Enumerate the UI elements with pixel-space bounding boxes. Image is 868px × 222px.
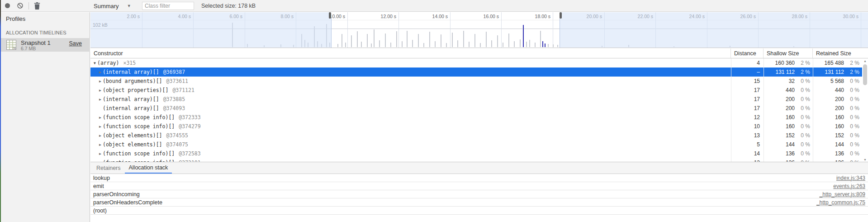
timeline-bar <box>423 43 424 47</box>
retained-size-percent: 0 % <box>844 78 859 84</box>
timeline-bar <box>553 44 554 47</box>
delete-profile-icon[interactable] <box>34 2 40 10</box>
timeline-bar <box>374 29 375 47</box>
table-row[interactable]: (internal array)[]@374093172000 %2000 % <box>90 104 862 113</box>
save-link[interactable]: Save <box>69 40 82 47</box>
shallow-size-value: 200 <box>786 105 795 111</box>
column-header-shallow-size[interactable]: Shallow Size <box>764 48 813 58</box>
retained-size-cell: 1440 % <box>813 141 862 148</box>
shallow-size-percent: 0 % <box>795 132 810 139</box>
tab-allocation-stack[interactable]: Allocation stack <box>125 162 172 174</box>
timeline-bar <box>508 34 509 47</box>
selection-edge-line <box>560 19 560 48</box>
scroll-down-icon[interactable]: ▼ <box>862 158 868 161</box>
table-row[interactable]: ▶(bound arguments)[]@37361115320 %5 5680… <box>90 77 862 86</box>
summary-select[interactable]: Summary ▼ <box>94 2 131 10</box>
record-button[interactable] <box>5 3 10 8</box>
constructor-cell: ▶(function scope info)[]@372333 <box>90 114 731 121</box>
expand-arrow-icon[interactable]: ▶ <box>98 70 103 74</box>
timeline-bar <box>345 43 346 47</box>
source-link[interactable]: _http_server.js:809 <box>820 191 865 198</box>
expand-arrow-icon[interactable]: ▶ <box>98 79 103 83</box>
shallow-size-cell: 320 % <box>764 78 813 84</box>
shallow-size-cell: 160 3602 % <box>764 60 813 66</box>
source-link[interactable]: _http_common.js:75 <box>816 199 865 206</box>
retained-size-value: 200 <box>835 105 844 111</box>
timeline-bar <box>337 44 338 47</box>
function-name: parserOnIncoming <box>93 191 140 198</box>
selection-handle-left[interactable] <box>329 12 331 19</box>
distance-cell: 14 <box>731 150 764 157</box>
tab-retainers[interactable]: Retainers <box>92 162 125 174</box>
object-id: @374093 <box>163 105 185 111</box>
shallow-size-cell: 4400 % <box>764 87 813 93</box>
column-header-distance[interactable]: Distance <box>731 48 764 58</box>
retained-size-percent: 0 % <box>844 123 859 130</box>
ruler-tick-label: 14.00 s <box>412 14 448 19</box>
function-name: lookup <box>93 175 110 181</box>
ruler-tick-label: 18.00 s <box>514 14 550 19</box>
table-row[interactable]: ▶(object elements)[]@374555131520 %1520 … <box>90 131 862 140</box>
table-row[interactable]: ▶(function scope info)[]@372333121600 %1… <box>90 113 862 122</box>
object-id: @373885 <box>163 96 185 102</box>
table-row[interactable]: ▶(internal array)[]@373885172000 %2000 % <box>90 95 862 104</box>
table-row[interactable]: ▶(function scope info)[]@374279101600 %1… <box>90 122 862 131</box>
timeline-bar <box>514 41 515 47</box>
constructor-name: (internal array)[] <box>103 105 159 111</box>
shallow-size-percent: 0 % <box>795 123 810 130</box>
shallow-size-value: 160 360 <box>775 60 795 66</box>
function-name: (root) <box>93 208 107 214</box>
scroll-up-icon[interactable]: ▲ <box>862 59 868 63</box>
clear-profiles-icon[interactable] <box>17 3 23 9</box>
timeline-bar <box>457 40 458 47</box>
snapshot-item[interactable]: % Snapshot 1 6.7 MB Save <box>1 38 90 52</box>
stack-frame-row: parserOnIncoming_http_server.js:809 <box>90 190 868 198</box>
scroll-thumb[interactable] <box>863 64 867 85</box>
expand-arrow-icon[interactable]: ▶ <box>98 88 103 92</box>
column-divider <box>813 58 813 162</box>
timeline-bar <box>545 43 545 47</box>
function-name: emit <box>93 183 104 189</box>
source-link[interactable]: events.js:263 <box>833 183 865 189</box>
table-row[interactable]: ▶(function scope info)[]@372583141360 %1… <box>90 149 862 158</box>
expand-arrow-icon[interactable]: ▶ <box>98 125 103 129</box>
source-link[interactable]: index.js:343 <box>836 175 865 181</box>
object-id: @371121 <box>172 87 194 93</box>
timeline-bar <box>351 35 352 47</box>
constructor-cell: ▶(object elements)[]@374555 <box>90 132 731 139</box>
expand-arrow-icon[interactable]: ▶ <box>98 152 103 156</box>
profiles-sidebar: Profiles ALLOCATION TIMELINES % Snapshot… <box>1 12 90 222</box>
retained-size-value: 144 <box>835 141 844 148</box>
shallow-size-value: 32 <box>789 78 795 84</box>
timeline-bar <box>361 42 362 47</box>
shallow-size-cell: 131 1122 % <box>764 69 813 75</box>
table-row[interactable]: ▶(object elements)[]@37407551440 %1440 % <box>90 140 862 149</box>
expand-arrow-icon[interactable]: ▶ <box>98 143 103 147</box>
deselected-range-left <box>90 12 331 48</box>
chevron-down-icon: ▼ <box>127 4 131 8</box>
class-filter-input[interactable] <box>142 2 194 10</box>
instance-count: ×315 <box>123 60 136 66</box>
table-row[interactable]: ▶(internal array)[]@369387–131 1122 %131… <box>90 68 862 77</box>
timeline-bar <box>418 34 419 47</box>
shallow-size-percent: 0 % <box>795 150 810 157</box>
constructor-name: (function scope info)[] <box>103 114 175 121</box>
timeline-bar <box>371 43 372 47</box>
shallow-size-percent: 2 % <box>795 69 810 75</box>
table-scrollbar[interactable]: ▲ ▼ <box>862 58 868 162</box>
expand-arrow-icon[interactable]: ▶ <box>98 134 103 138</box>
selection-edge-line <box>331 19 332 48</box>
column-header-retained-size[interactable]: Retained Size <box>813 48 862 58</box>
expand-arrow-icon[interactable]: ▶ <box>98 97 103 101</box>
timeline-gridline <box>501 12 502 48</box>
allocation-timeline[interactable]: 102 kB 2.00 s4.00 s6.00 s8.00 s10.00 s12… <box>90 12 868 48</box>
selection-handle-right[interactable] <box>560 12 562 19</box>
timeline-bar <box>486 32 487 47</box>
timeline-bar <box>529 40 530 47</box>
table-row[interactable]: ▼(array)×3154160 3602 %165 4882 % <box>90 58 862 68</box>
expand-arrow-icon[interactable]: ▶ <box>98 116 103 120</box>
collapse-arrow-icon[interactable]: ▼ <box>92 61 97 65</box>
table-row[interactable]: ▶(function scope info)[]@372101121360 %1… <box>90 158 862 162</box>
column-header-constructor[interactable]: Constructor <box>90 48 731 58</box>
table-row[interactable]: ▶(object properties)[]@371121174400 %440… <box>90 86 862 95</box>
